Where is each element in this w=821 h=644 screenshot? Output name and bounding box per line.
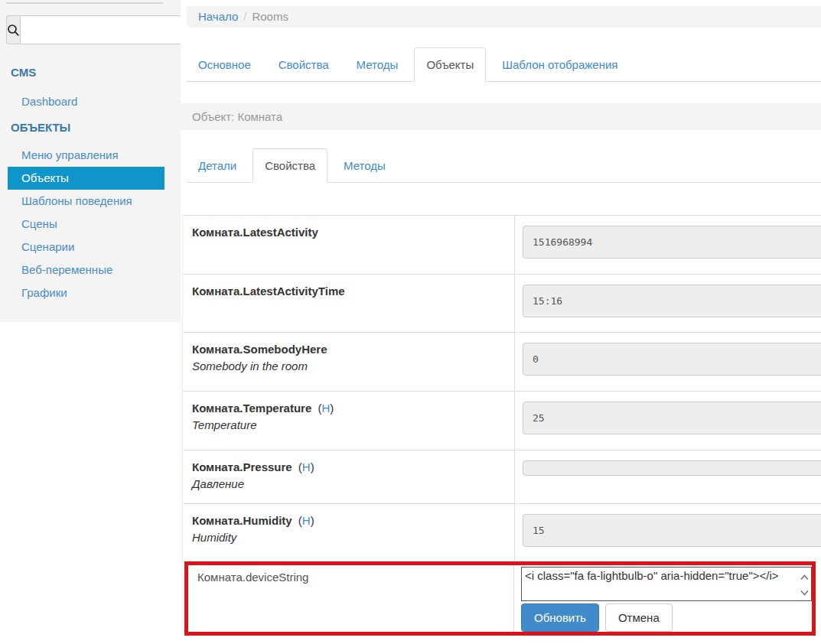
subtab-methods[interactable]: Методы [332, 149, 397, 182]
breadcrumb-separator: / [243, 10, 246, 23]
property-label-cell: Комната.Humidity (H) Humidity [183, 504, 515, 561]
property-description: Somebody in the room [192, 359, 507, 372]
tab-properties[interactable]: Свойства [267, 48, 340, 81]
property-label-cell: Комната.Temperature (H) Temperature [183, 392, 515, 450]
cancel-button[interactable]: Отмена [605, 603, 673, 632]
breadcrumb: Начало/Rooms [187, 6, 821, 28]
property-value-input[interactable] [523, 402, 821, 434]
search-input[interactable] [20, 15, 186, 44]
sidebar-item-scripts[interactable]: Сценарии [0, 236, 181, 259]
history-link-wrap: (H) [298, 460, 314, 473]
device-string-editor: <i class="fa fa-lightbulb-o" aria-hidden… [521, 567, 812, 601]
property-description: Temperature [192, 418, 507, 431]
app-window: CMS Dashboard ОБЪЕКТЫ Меню управления Об… [0, 0, 821, 644]
search-icon [6, 15, 20, 44]
subtab-properties[interactable]: Свойства [252, 148, 327, 183]
property-label-cell: Комната.deviceString [188, 565, 514, 632]
property-value-cell [515, 216, 821, 274]
sidebar-search [6, 15, 165, 44]
property-name: Комната.LatestActivity [192, 226, 318, 239]
sidebar-heading-cms: CMS [0, 64, 181, 81]
property-value-cell [515, 450, 821, 503]
table-row: Комната.LatestActivityTime [183, 274, 821, 332]
sidebar-item-dashboard[interactable]: Dashboard [0, 90, 181, 113]
property-label-cell: Комната.SomebodyHere Somebody in the roo… [183, 333, 515, 391]
device-string-row-highlight: Комната.deviceString <i class="fa fa-lig… [184, 561, 816, 636]
scroll-down-icon[interactable] [800, 585, 809, 598]
property-value-input[interactable] [523, 514, 821, 547]
property-value-input[interactable] [523, 285, 821, 317]
property-label-cell: Комната.LatestActivity [183, 216, 515, 274]
sidebar-top-divider [6, 2, 163, 4]
property-name: Комната.SomebodyHere [192, 343, 327, 356]
property-value-cell [515, 504, 821, 561]
history-link[interactable]: H [302, 460, 311, 473]
subtab-details[interactable]: Детали [187, 149, 248, 182]
history-link-wrap: (H) [298, 514, 314, 527]
table-row: Комната.Temperature (H) Temperature [183, 391, 821, 450]
sidebar-item-control-menu[interactable]: Меню управления [0, 144, 181, 167]
property-label-cell: Комната.Pressure (H) Давление [183, 450, 515, 503]
property-description: Humidity [192, 531, 507, 544]
history-link[interactable]: H [302, 514, 311, 527]
sidebar-item-objects[interactable]: Объекты [8, 167, 165, 190]
object-tabs: Основное Свойства Методы Объекты Шаблон … [187, 47, 821, 82]
property-name: Комната.LatestActivityTime [192, 285, 345, 298]
table-row: Комната.LatestActivity [183, 215, 821, 274]
update-button[interactable]: Обновить [521, 603, 599, 632]
tab-objects[interactable]: Объекты [414, 47, 486, 82]
properties-table: Комната.LatestActivity Комната.LatestAct… [182, 215, 821, 636]
tab-main[interactable]: Основное [187, 48, 262, 81]
table-row: Комната.SomebodyHere Somebody in the roo… [183, 332, 821, 391]
main-content: Начало/Rooms Основное Свойства Методы Об… [181, 0, 821, 644]
device-string-actions: Обновить Отмена [521, 603, 812, 632]
property-name: Комната.Humidity [192, 514, 292, 527]
property-value-cell [515, 392, 821, 450]
property-value-input[interactable] [523, 343, 821, 376]
property-name: Комната.deviceString [197, 571, 308, 584]
property-value-cell [515, 275, 821, 332]
tab-methods[interactable]: Методы [345, 48, 410, 81]
object-title: Объект: Комната [181, 103, 821, 130]
table-row: Комната.Humidity (H) Humidity [183, 503, 821, 561]
breadcrumb-home-link[interactable]: Начало [198, 10, 238, 23]
property-value-input[interactable] [523, 226, 821, 259]
sidebar: CMS Dashboard ОБЪЕКТЫ Меню управления Об… [0, 0, 181, 322]
sidebar-item-web-variables[interactable]: Веб-переменные [0, 259, 181, 281]
property-description: Давление [192, 477, 507, 490]
sidebar-nav: CMS Dashboard ОБЪЕКТЫ Меню управления Об… [0, 64, 181, 304]
object-subtabs: Детали Свойства Методы [187, 148, 821, 183]
sidebar-item-scenes[interactable]: Сцены [0, 213, 181, 236]
property-value-input[interactable] [523, 460, 821, 476]
breadcrumb-current: Rooms [252, 10, 288, 23]
tab-display-template[interactable]: Шаблон отображения [490, 48, 629, 81]
sidebar-heading-objects: ОБЪЕКТЫ [0, 119, 181, 136]
history-link[interactable]: H [321, 402, 330, 415]
property-name: Комната.Pressure [192, 460, 292, 473]
property-value-cell [515, 333, 821, 391]
device-string-textarea[interactable]: <i class="fa fa-lightbulb-o" aria-hidden… [522, 568, 797, 600]
textarea-scrollbar[interactable] [797, 568, 811, 600]
property-name: Комната.Temperature [192, 402, 311, 415]
history-link-wrap: (H) [318, 402, 334, 415]
property-value-cell: <i class="fa fa-lightbulb-o" aria-hidden… [514, 565, 812, 632]
scroll-up-icon[interactable] [800, 570, 809, 583]
table-row: Комната.Pressure (H) Давление [183, 450, 821, 503]
property-label-cell: Комната.LatestActivityTime [183, 275, 515, 332]
sidebar-item-behavior-templates[interactable]: Шаблоны поведения [0, 190, 181, 213]
sidebar-item-charts[interactable]: Графики [0, 281, 181, 304]
